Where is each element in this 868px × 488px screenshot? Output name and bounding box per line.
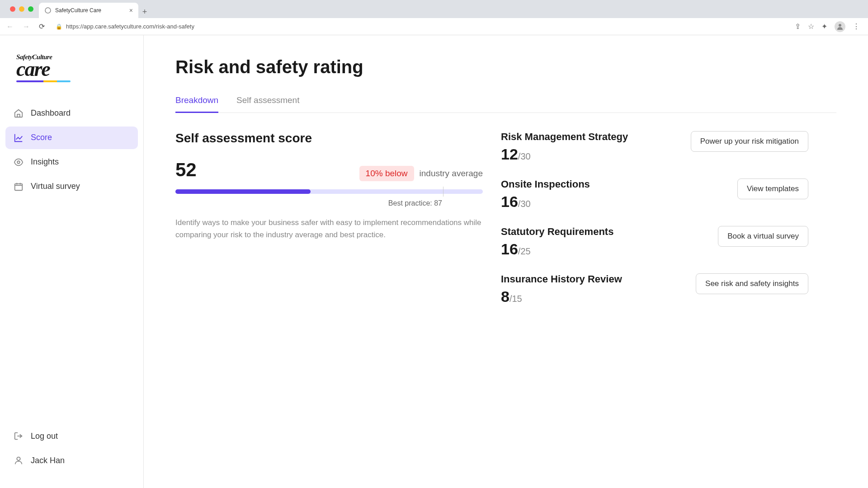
category-row: Statutory Requirements 16/25 Book a virt… bbox=[501, 226, 808, 258]
new-tab-button[interactable]: + bbox=[138, 5, 151, 18]
sidebar-item-score[interactable]: Score bbox=[5, 127, 138, 149]
score-compare: 10% below industry average bbox=[359, 166, 483, 181]
lock-icon: 🔒 bbox=[56, 23, 62, 30]
category-total: /15 bbox=[509, 294, 522, 304]
app-container: SafetyCulture care Dashboard Score bbox=[0, 35, 868, 488]
main-content: Risk and safety rating Breakdown Self as… bbox=[144, 35, 868, 488]
category-row: Insurance History Review 8/15 See risk a… bbox=[501, 273, 808, 305]
reload-button[interactable]: ⟳ bbox=[37, 20, 47, 33]
category-total: /25 bbox=[518, 246, 531, 256]
star-icon[interactable]: ☆ bbox=[808, 22, 814, 31]
tab-close-icon[interactable]: × bbox=[129, 7, 133, 14]
score-description: Identify ways to make your business safe… bbox=[175, 216, 483, 241]
window-controls bbox=[5, 0, 39, 18]
category-score: 12 bbox=[501, 145, 518, 163]
user-name: Jack Han bbox=[31, 456, 65, 465]
category-info: Onsite Inspections 16/30 bbox=[501, 178, 590, 211]
category-row: Onsite Inspections 16/30 View templates bbox=[501, 178, 808, 211]
profile-avatar-icon[interactable] bbox=[835, 21, 845, 32]
categories: Risk Management Strategy 12/30 Power up … bbox=[501, 131, 808, 321]
score-section: Self assessment score 52 10% below indus… bbox=[175, 131, 483, 321]
category-info: Risk Management Strategy 12/30 bbox=[501, 131, 628, 163]
section-title: Self assessment score bbox=[175, 131, 483, 145]
category-info: Insurance History Review 8/15 bbox=[501, 273, 622, 305]
category-title: Insurance History Review bbox=[501, 273, 622, 285]
chart-icon bbox=[14, 133, 24, 143]
category-score: 16 bbox=[501, 193, 518, 210]
category-title: Risk Management Strategy bbox=[501, 131, 628, 143]
svg-point-2 bbox=[17, 161, 20, 164]
category-score: 16 bbox=[501, 240, 518, 258]
sidebar-item-dashboard[interactable]: Dashboard bbox=[5, 102, 138, 125]
logo: SafetyCulture care bbox=[5, 50, 138, 95]
tab-title: SafetyCulture Care bbox=[55, 7, 126, 14]
nav: Dashboard Score Insights Virtual survey bbox=[5, 102, 138, 200]
category-row: Risk Management Strategy 12/30 Power up … bbox=[501, 131, 808, 163]
sidebar-item-label: Virtual survey bbox=[31, 182, 80, 191]
category-action-view-templates[interactable]: View templates bbox=[737, 178, 808, 199]
score-badge: 10% below bbox=[359, 166, 414, 181]
logo-line2: care bbox=[16, 61, 127, 78]
window-close[interactable] bbox=[10, 6, 15, 12]
sidebar-item-label: Log out bbox=[31, 432, 58, 441]
menu-icon[interactable]: ⋮ bbox=[853, 22, 860, 31]
category-action-book-survey[interactable]: Book a virtual survey bbox=[718, 226, 808, 247]
url-text: https://app.care.safetyculture.com/risk-… bbox=[66, 23, 194, 30]
page-title: Risk and safety rating bbox=[175, 57, 836, 77]
sidebar-item-virtual-survey[interactable]: Virtual survey bbox=[5, 175, 138, 198]
tab-breakdown[interactable]: Breakdown bbox=[175, 95, 218, 113]
sidebar-item-user[interactable]: Jack Han bbox=[5, 449, 138, 472]
sidebar-item-label: Dashboard bbox=[31, 108, 71, 118]
svg-point-1 bbox=[839, 24, 841, 27]
window-minimize[interactable] bbox=[19, 6, 24, 12]
browser-actions: ⇪ ☆ ✦ ⋮ bbox=[795, 21, 863, 32]
svg-point-0 bbox=[45, 8, 51, 13]
sidebar-item-label: Score bbox=[31, 133, 52, 142]
browser-chrome: SafetyCulture Care × + ← → ⟳ 🔒 https://a… bbox=[0, 0, 868, 35]
category-score: 8 bbox=[501, 288, 509, 305]
tab-self-assessment[interactable]: Self assessment bbox=[236, 95, 299, 113]
svg-point-4 bbox=[17, 457, 20, 460]
category-title: Statutory Requirements bbox=[501, 226, 613, 238]
user-icon bbox=[14, 455, 24, 465]
sidebar-item-label: Insights bbox=[31, 157, 59, 167]
category-action-risk-mitigation[interactable]: Power up your risk mitigation bbox=[691, 131, 808, 152]
progress-fill bbox=[175, 189, 311, 194]
sidebar-item-logout[interactable]: Log out bbox=[5, 425, 138, 447]
logout-icon bbox=[14, 431, 24, 441]
best-practice-label: Best practice: 87 bbox=[175, 199, 483, 207]
sidebar: SafetyCulture care Dashboard Score bbox=[0, 35, 144, 488]
category-total: /30 bbox=[518, 199, 531, 209]
tabs: Breakdown Self assessment bbox=[175, 95, 836, 113]
share-icon[interactable]: ⇪ bbox=[795, 22, 801, 31]
extensions-icon[interactable]: ✦ bbox=[821, 22, 827, 31]
category-title: Onsite Inspections bbox=[501, 178, 590, 190]
category-total: /30 bbox=[518, 151, 531, 161]
window-maximize[interactable] bbox=[28, 6, 33, 12]
content-row: Self assessment score 52 10% below indus… bbox=[175, 131, 836, 321]
tab-bar: SafetyCulture Care × + bbox=[0, 0, 868, 18]
compare-text: industry average bbox=[420, 169, 483, 178]
forward-button[interactable]: → bbox=[21, 21, 32, 33]
home-icon bbox=[14, 108, 24, 118]
sidebar-bottom: Log out Jack Han bbox=[5, 425, 138, 474]
back-button[interactable]: ← bbox=[5, 21, 15, 33]
category-info: Statutory Requirements 16/25 bbox=[501, 226, 613, 258]
browser-tab[interactable]: SafetyCulture Care × bbox=[39, 3, 138, 18]
logo-underline bbox=[16, 80, 71, 82]
score-header: 52 10% below industry average bbox=[175, 159, 483, 181]
svg-rect-3 bbox=[15, 183, 23, 190]
sidebar-item-insights[interactable]: Insights bbox=[5, 151, 138, 174]
score-value: 52 bbox=[175, 159, 197, 181]
category-action-insights[interactable]: See risk and safety insights bbox=[696, 273, 808, 294]
eye-icon bbox=[14, 157, 24, 167]
progress-marker bbox=[443, 187, 443, 197]
calendar-icon bbox=[14, 182, 24, 192]
progress-bar bbox=[175, 189, 483, 194]
tab-favicon-icon bbox=[44, 7, 52, 14]
url-bar[interactable]: 🔒 https://app.care.safetyculture.com/ris… bbox=[52, 23, 789, 30]
address-bar: ← → ⟳ 🔒 https://app.care.safetyculture.c… bbox=[0, 18, 868, 35]
